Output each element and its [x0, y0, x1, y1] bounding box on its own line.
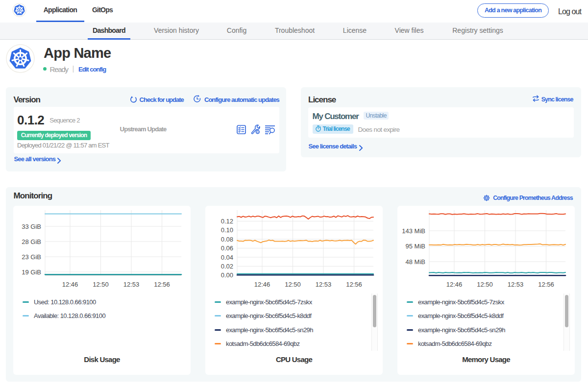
svg-text:33 GiB: 33 GiB — [22, 223, 41, 230]
svg-text:23 GiB: 23 GiB — [22, 253, 41, 261]
svg-text:95 MiB: 95 MiB — [406, 243, 425, 250]
svg-text:12:46: 12:46 — [62, 281, 78, 288]
svg-text:12:53: 12:53 — [508, 281, 524, 288]
svg-text:12:56: 12:56 — [346, 281, 362, 288]
svg-text:0.04: 0.04 — [221, 254, 233, 261]
svg-text:12:50: 12:50 — [285, 281, 301, 288]
svg-text:0.00: 0.00 — [221, 271, 233, 279]
svg-text:12:50: 12:50 — [477, 281, 493, 288]
svg-text:19 GiB: 19 GiB — [22, 268, 41, 276]
svg-text:0.06: 0.06 — [221, 244, 233, 252]
svg-text:12:50: 12:50 — [93, 281, 109, 288]
svg-text:0.02: 0.02 — [221, 263, 233, 270]
svg-text:12:46: 12:46 — [254, 281, 270, 288]
svg-text:0.12: 0.12 — [221, 218, 233, 225]
svg-text:48 MiB: 48 MiB — [406, 258, 425, 266]
svg-text:12:46: 12:46 — [446, 281, 463, 288]
svg-text:12:53: 12:53 — [123, 281, 140, 288]
svg-text:12:56: 12:56 — [538, 281, 554, 288]
svg-text:12:53: 12:53 — [316, 281, 332, 288]
svg-text:143 MiB: 143 MiB — [402, 227, 425, 235]
svg-text:12:56: 12:56 — [154, 281, 170, 288]
svg-text:0.10: 0.10 — [221, 226, 233, 234]
svg-text:28 GiB: 28 GiB — [22, 238, 41, 245]
svg-text:0.08: 0.08 — [221, 236, 233, 243]
